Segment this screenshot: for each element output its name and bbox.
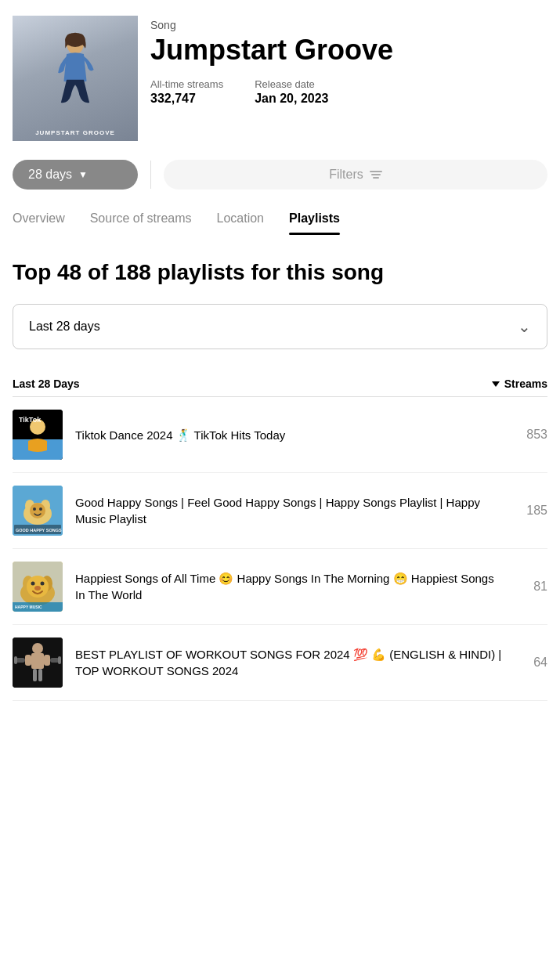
filters-button[interactable]: Filters	[164, 160, 547, 190]
svg-text:TikTok: TikTok	[19, 416, 42, 424]
playlist-thumbnail-tiktok: TikTok	[13, 410, 63, 460]
streams-label: All-time streams	[150, 78, 223, 90]
song-type-label: Song	[150, 19, 547, 31]
table-period-label: Last 28 Days	[13, 377, 80, 390]
svg-rect-28	[25, 655, 31, 666]
svg-rect-30	[33, 669, 37, 681]
playlist-name-tiktok: Tiktok Dance 2024 🕺 TikTok Hits Today	[75, 428, 285, 442]
svg-rect-31	[38, 669, 42, 681]
svg-rect-29	[44, 655, 50, 666]
time-range-dropdown[interactable]: Last 28 days ⌄	[13, 304, 547, 349]
playlist-name-workout: BEST PLAYLIST OF WORKOUT SONGS FOR 2024 …	[75, 648, 501, 677]
dropdown-selected-label: Last 28 days	[29, 320, 100, 334]
svg-point-10	[30, 503, 45, 518]
playlist-row[interactable]: BEST PLAYLIST OF WORKOUT SONGS FOR 2024 …	[13, 625, 547, 701]
playlist-name-happysongs: Good Happy Songs | Feel Good Happy Songs…	[75, 496, 480, 526]
section-title: Top 48 of 188 playlists for this song	[13, 260, 547, 285]
playlist-thumbnail-happysongs: GOOD HAPPY SONGS	[13, 486, 63, 536]
svg-point-20	[31, 582, 35, 586]
filters-label: Filters	[329, 168, 363, 182]
playlist-streams-tiktok: 853	[516, 428, 547, 442]
filter-bar: 28 days ▼ Filters	[0, 154, 560, 196]
main-content: Top 48 of 188 playlists for this song La…	[0, 235, 560, 713]
playlist-streams-happysongs: 185	[516, 504, 547, 518]
playlist-info-workout: BEST PLAYLIST OF WORKOUT SONGS FOR 2024 …	[75, 646, 504, 679]
streams-sort-header[interactable]: Streams	[492, 377, 547, 390]
tab-playlists[interactable]: Playlists	[289, 211, 340, 235]
svg-text:HAPPY MUSIC: HAPPY MUSIC	[15, 605, 42, 609]
sort-desc-icon	[492, 381, 500, 387]
svg-point-21	[41, 582, 45, 586]
playlist-row[interactable]: HAPPY MUSIC Happiest Songs of All Time 😊…	[13, 549, 547, 625]
svg-point-11	[33, 507, 36, 511]
playlist-info-happiest: Happiest Songs of All Time 😊 Happy Songs…	[75, 570, 504, 603]
song-header: JUMPSTART GROOVE Song Jumpstart Groove A…	[0, 0, 560, 154]
streams-value: 332,747	[150, 92, 223, 106]
svg-text:GOOD HAPPY SONGS: GOOD HAPPY SONGS	[16, 528, 62, 533]
playlist-thumbnail-workout	[13, 638, 63, 688]
svg-rect-34	[14, 656, 17, 664]
playlist-streams-workout: 64	[516, 656, 547, 670]
playlist-name-happiest: Happiest Songs of All Time 😊 Happy Songs…	[75, 572, 494, 601]
song-title: Jumpstart Groove	[150, 34, 547, 66]
filter-divider	[150, 161, 151, 189]
tab-source-of-streams[interactable]: Source of streams	[90, 211, 192, 235]
song-meta: All-time streams 332,747 Release date Ja…	[150, 78, 547, 106]
filter-sliders-icon	[370, 171, 382, 179]
days-filter-label: 28 days	[28, 168, 72, 182]
release-label: Release date	[255, 78, 328, 90]
svg-rect-27	[31, 653, 44, 669]
playlist-streams-happiest: 81	[516, 580, 547, 594]
release-value: Jan 20, 2023	[255, 92, 328, 106]
song-info: Song Jumpstart Groove All-time streams 3…	[150, 16, 547, 106]
tab-overview[interactable]: Overview	[13, 211, 65, 235]
streams-meta: All-time streams 332,747	[150, 78, 223, 106]
playlists-table-header: Last 28 Days Streams	[13, 371, 547, 397]
release-meta: Release date Jan 20, 2023	[255, 78, 328, 106]
playlist-info-tiktok: Tiktok Dance 2024 🕺 TikTok Hits Today	[75, 427, 504, 443]
nav-tabs: Overview Source of streams Location Play…	[0, 196, 560, 235]
days-chevron-icon: ▼	[78, 169, 88, 180]
playlist-row[interactable]: TikTok Tiktok Dance 2024 🕺 TikTok Hits T…	[13, 397, 547, 473]
svg-point-12	[39, 507, 42, 511]
svg-rect-35	[58, 656, 61, 664]
days-filter-button[interactable]: 28 days ▼	[13, 160, 138, 190]
streams-column-label: Streams	[504, 377, 547, 390]
cover-text-label: JUMPSTART GROOVE	[13, 129, 138, 136]
playlist-info-happysongs: Good Happy Songs | Feel Good Happy Songs…	[75, 494, 504, 527]
dropdown-chevron-icon: ⌄	[518, 317, 531, 336]
tab-location[interactable]: Location	[217, 211, 265, 235]
cover-figure	[44, 31, 107, 110]
song-cover-art: JUMPSTART GROOVE	[13, 16, 138, 141]
svg-point-22	[34, 586, 41, 591]
playlist-row[interactable]: GOOD HAPPY SONGS Good Happy Songs | Feel…	[13, 473, 547, 549]
svg-point-26	[32, 643, 43, 654]
playlist-thumbnail-happiest: HAPPY MUSIC	[13, 562, 63, 612]
